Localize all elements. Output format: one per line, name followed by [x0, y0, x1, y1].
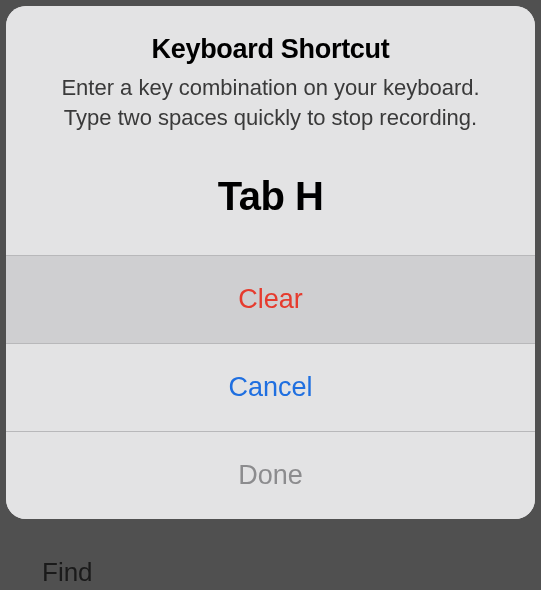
alert-message: Enter a key combination on your keyboard… [30, 73, 511, 132]
alert-title: Keyboard Shortcut [30, 34, 511, 65]
shortcut-recording-display[interactable]: Tab H [30, 174, 511, 219]
background-peek-text: Find [42, 557, 93, 588]
cancel-button[interactable]: Cancel [6, 343, 535, 431]
done-button[interactable]: Done [6, 431, 535, 519]
clear-button[interactable]: Clear [6, 255, 535, 343]
alert-buttons: Clear Cancel Done [6, 255, 535, 519]
alert-content: Keyboard Shortcut Enter a key combinatio… [6, 6, 535, 255]
keyboard-shortcut-alert: Keyboard Shortcut Enter a key combinatio… [6, 6, 535, 519]
